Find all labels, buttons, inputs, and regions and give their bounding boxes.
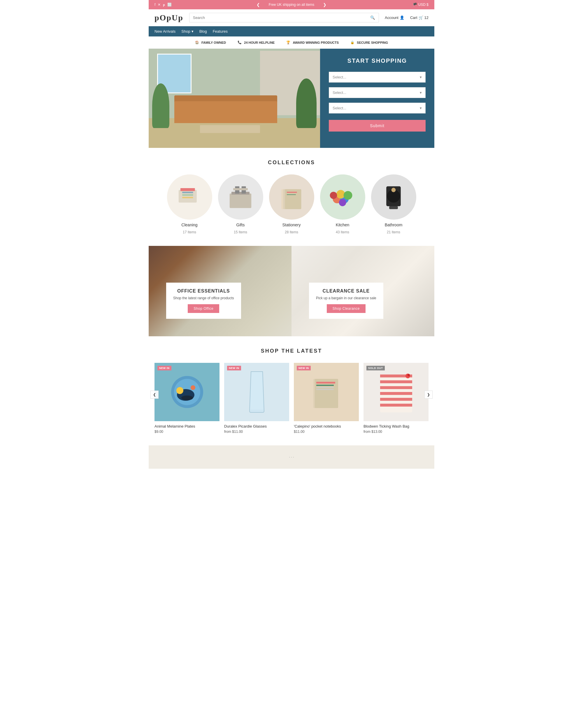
svg-rect-44 <box>380 404 412 407</box>
svg-rect-37 <box>316 389 334 390</box>
collection-name: Cleaning <box>181 223 197 227</box>
banner-message: Free UK shipping on all items <box>269 3 314 7</box>
svg-rect-9 <box>233 188 248 190</box>
trust-badge-secure: 🔒 SECURE SHOPPING <box>351 41 388 44</box>
logo[interactable]: pOpUp <box>155 13 183 23</box>
collection-stationery[interactable]: Stationery 28 Items <box>269 175 314 234</box>
svg-rect-13 <box>287 192 297 193</box>
family-icon: 🏠 <box>195 41 199 44</box>
trust-badges: 🏠 FAMILY OWNED 📞 24 HOUR HELPLINE 🏆 AWAR… <box>149 36 434 49</box>
collections-section: COLLECTIONS Cleaning 17 Items <box>149 148 434 246</box>
account-icon: 👤 <box>400 16 404 20</box>
collection-gifts[interactable]: Gifts 15 Items <box>218 175 263 234</box>
svg-rect-4 <box>182 197 193 198</box>
svg-point-28 <box>176 387 183 394</box>
svg-rect-34 <box>316 382 335 384</box>
product-price-1: from $11.00 <box>224 430 289 434</box>
cart-count: 12 <box>424 16 428 20</box>
promo-clearance[interactable]: CLEARANCE SALE Pick up a bargain in our … <box>292 246 434 336</box>
hero-select-2[interactable]: Select... ▾ <box>329 87 425 98</box>
collection-name: Gifts <box>237 223 245 227</box>
product-card-3[interactable]: SOLD OUT Blodwen Ticking Wash Bag from $… <box>363 363 428 434</box>
trust-badge-family: 🏠 FAMILY OWNED <box>195 41 226 44</box>
collection-name: Kitchen <box>336 223 350 227</box>
products-row: NEW IN Animal Melamine Plates $9.00 NEW … <box>155 363 428 434</box>
product-badge-3: SOLD OUT <box>366 366 385 370</box>
svg-rect-41 <box>380 386 412 389</box>
product-image-3: SOLD OUT <box>363 363 428 421</box>
shop-latest-section: SHOP THE LATEST ❮ NEW I <box>149 336 434 445</box>
product-name-3: Blodwen Ticking Wash Bag <box>363 424 428 428</box>
product-card-2[interactable]: NEW IN 'Calepino' pocket notebooks $11.0… <box>294 363 359 434</box>
promo-clearance-button[interactable]: Shop Clearance <box>327 304 365 313</box>
top-banner: f ✕ 𝐩 ⬜ ❮ Free UK shipping on all items … <box>149 0 434 9</box>
svg-point-19 <box>330 192 337 199</box>
product-badge-1: NEW IN <box>227 366 241 370</box>
svg-rect-1 <box>181 188 195 191</box>
carousel-next-button[interactable]: ❯ <box>424 391 433 399</box>
main-nav: New Arrivals Shop ▾ Blog Features <box>149 26 434 36</box>
nav-shop[interactable]: Shop ▾ <box>181 29 193 33</box>
search-bar: 🔍 <box>189 13 379 23</box>
chevron-down-icon: ▾ <box>420 106 422 110</box>
product-name-2: 'Calepino' pocket notebooks <box>294 424 359 428</box>
trust-badge-label: AWARD WINNING PRODUCTS <box>293 41 339 44</box>
account-link[interactable]: Account 👤 <box>385 16 404 20</box>
svg-rect-6 <box>231 192 250 194</box>
twitter-icon[interactable]: ✕ <box>158 3 161 7</box>
product-image-2: NEW IN <box>294 363 359 421</box>
header: pOpUp 🔍 Account 👤 Cart 🛒 12 <box>149 9 434 26</box>
trust-badge-award: 🏆 AWARD WINNING PRODUCTS <box>286 41 339 44</box>
search-input[interactable] <box>190 13 367 22</box>
banner-nav: ❮ Free UK shipping on all items ❯ <box>256 2 327 7</box>
hero-title: START SHOPPING <box>329 57 425 64</box>
account-label: Account <box>385 16 398 20</box>
promo-office-button[interactable]: Shop Office <box>188 304 219 313</box>
svg-rect-43 <box>380 398 412 401</box>
product-badge-0: NEW IN <box>158 366 171 370</box>
nav-new-arrivals[interactable]: New Arrivals <box>155 29 175 33</box>
hero-submit-button[interactable]: Submit <box>329 120 425 132</box>
footer-preview-label: · · · <box>289 455 294 459</box>
nav-features[interactable]: Features <box>213 29 228 33</box>
instagram-icon[interactable]: ⬜ <box>167 3 172 7</box>
promo-clearance-title: CLEARANCE SALE <box>316 288 376 294</box>
cart-link[interactable]: Cart 🛒 12 <box>410 16 428 20</box>
pinterest-icon[interactable]: 𝐩 <box>163 3 165 7</box>
promo-office[interactable]: OFFICE ESSENTIALS Shop the latest range … <box>149 246 292 336</box>
nav-blog[interactable]: Blog <box>199 29 207 33</box>
shop-latest-title: SHOP THE LATEST <box>155 348 428 354</box>
facebook-icon[interactable]: f <box>155 3 156 7</box>
cart-label: Cart <box>410 16 417 20</box>
collection-name: Bathroom <box>385 223 402 227</box>
hero-select-1[interactable]: Select... ▾ <box>329 72 425 82</box>
product-card-0[interactable]: NEW IN Animal Melamine Plates $9.00 <box>155 363 220 434</box>
collection-grid: Cleaning 17 Items Gifts 15 Items <box>155 175 428 234</box>
footer-preview: · · · <box>149 445 434 469</box>
svg-rect-2 <box>182 192 193 193</box>
svg-rect-5 <box>230 193 251 208</box>
hero-select-3[interactable]: Select... ▾ <box>329 103 425 113</box>
collection-bathroom[interactable]: Bathroom 21 Items <box>371 175 416 234</box>
currency-selector[interactable]: 🏴 USD $ <box>413 3 428 7</box>
carousel-prev-button[interactable]: ❮ <box>150 391 159 399</box>
product-badge-2: NEW IN <box>297 366 311 370</box>
svg-rect-42 <box>380 392 412 395</box>
search-icon: 🔍 <box>370 16 375 20</box>
helpline-icon: 📞 <box>238 41 242 44</box>
chevron-down-icon: ▾ <box>420 75 422 79</box>
product-image-0: NEW IN <box>155 363 220 421</box>
banner-prev-arrow[interactable]: ❮ <box>256 2 260 7</box>
search-button[interactable]: 🔍 <box>367 13 379 22</box>
collection-kitchen[interactable]: Kitchen 43 Items <box>320 175 365 234</box>
promo-clearance-content: CLEARANCE SALE Pick up a bargain in our … <box>309 283 383 319</box>
collection-cleaning[interactable]: Cleaning 17 Items <box>167 175 212 234</box>
banner-next-arrow[interactable]: ❯ <box>323 2 327 7</box>
product-card-1[interactable]: NEW IN Duralex Picardie Glasses from $11… <box>224 363 289 434</box>
svg-point-46 <box>408 374 410 376</box>
svg-rect-40 <box>380 380 412 383</box>
trust-badge-label: 24 HOUR HELPLINE <box>244 41 275 44</box>
promo-office-title: OFFICE ESSENTIALS <box>173 288 234 294</box>
secure-icon: 🔒 <box>351 41 355 44</box>
social-icons: f ✕ 𝐩 ⬜ <box>155 3 172 7</box>
